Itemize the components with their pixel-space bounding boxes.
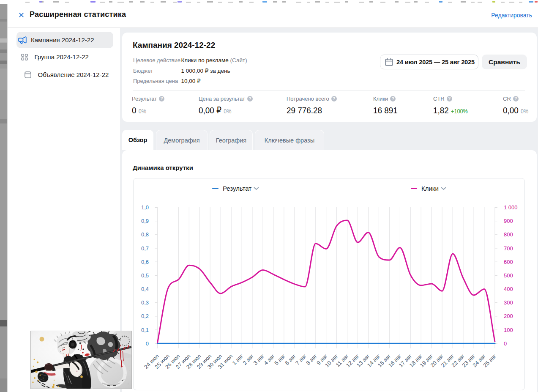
svg-text:3 авг: 3 авг	[252, 353, 265, 366]
svg-text:5 авг: 5 авг	[273, 353, 287, 366]
svg-text:0: 0	[504, 340, 507, 346]
svg-text:1 авг: 1 авг	[231, 353, 245, 366]
svg-text:2 авг: 2 авг	[241, 353, 255, 366]
svg-text:0,1: 0,1	[141, 326, 149, 333]
svg-text:700: 700	[504, 245, 513, 251]
svg-text:8 авг: 8 авг	[305, 353, 318, 366]
svg-text:300: 300	[504, 299, 513, 306]
svg-text:500: 500	[504, 272, 513, 278]
svg-text:4 авг: 4 авг	[262, 353, 276, 366]
svg-text:0,7: 0,7	[141, 245, 149, 251]
svg-text:600: 600	[504, 258, 513, 265]
svg-text:6 авг: 6 авг	[284, 353, 297, 366]
svg-text:100: 100	[504, 326, 513, 333]
svg-text:0,6: 0,6	[141, 258, 149, 265]
svg-text:0,5: 0,5	[141, 272, 149, 278]
svg-text:1,0: 1,0	[141, 204, 149, 211]
svg-text:1 000: 1 000	[504, 204, 518, 211]
svg-text:0: 0	[146, 340, 149, 346]
svg-text:0,3: 0,3	[141, 299, 149, 306]
svg-text:0,9: 0,9	[141, 218, 149, 224]
svg-text:0,8: 0,8	[141, 231, 149, 238]
svg-text:900: 900	[504, 218, 513, 224]
svg-text:200: 200	[504, 313, 513, 319]
svg-text:800: 800	[504, 231, 513, 238]
svg-text:0,4: 0,4	[141, 286, 149, 292]
svg-text:400: 400	[504, 286, 513, 292]
svg-text:7 авг: 7 авг	[294, 353, 308, 366]
svg-text:0,2: 0,2	[141, 313, 149, 319]
